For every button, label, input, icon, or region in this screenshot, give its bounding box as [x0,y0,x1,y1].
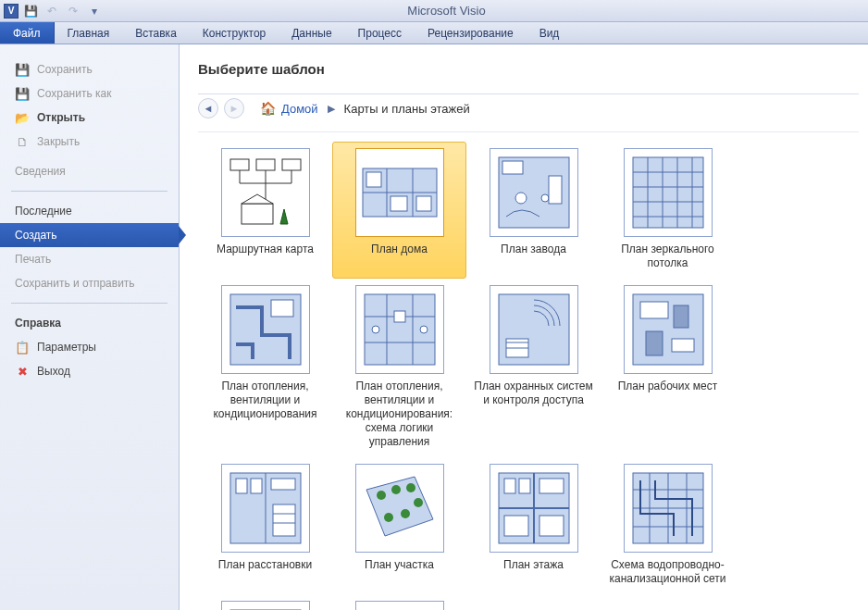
qat-redo-button[interactable]: ↷ [65,3,81,19]
template-security-plan[interactable]: План охранных систем и контроля доступа [466,279,601,457]
backstage-main: 💾 Сохранить 💾 Сохранить как 📂 Открыть 🗋 … [0,44,868,610]
template-thumb [355,285,444,374]
qat-undo-button[interactable]: ↶ [43,3,60,19]
template-thumb [490,148,578,237]
svg-rect-72 [504,516,528,536]
template-electrical-plan[interactable]: $ $ Схема электрических и телекоммуникац… [198,594,332,610]
template-3d-route-map[interactable]: Трехмерная маршрутная карта [332,594,466,610]
svg-rect-49 [646,331,663,355]
template-grid: Маршрутная карта План дома [198,142,859,610]
template-thumb: $ $ [221,601,310,610]
qat-customize-button[interactable]: ▾ [86,3,103,19]
svg-rect-56 [273,504,295,536]
svg-rect-39 [394,311,405,322]
template-label: План отопления, вентиляции и кондиционир… [201,380,329,421]
template-hvac-plan[interactable]: План отопления, вентиляции и кондиционир… [198,279,332,457]
template-label: План зеркального потолка [603,243,732,270]
nav-label: Создать [15,229,57,242]
template-label: План дома [369,243,429,256]
svg-rect-0 [230,159,249,170]
template-thumb [624,148,713,237]
exit-icon: ✖ [15,364,30,379]
nav-separator [11,191,167,192]
quick-access-toolbar: 💾 ↶ ↷ ▾ [22,3,103,19]
template-label: План завода [499,243,568,256]
nav-exit[interactable]: ✖ Выход [0,359,179,383]
template-floor-plan[interactable]: План этажа [466,457,601,594]
template-thumb [624,285,713,374]
nav-save[interactable]: 💾 Сохранить [0,57,179,81]
template-thumb [355,601,444,610]
template-label: Схема водопроводно-канализационной сети [603,558,732,586]
nav-label: Открыть [37,111,85,124]
template-hvac-logic[interactable]: План отопления, вентиляции и кондиционир… [332,279,466,457]
template-house-plan[interactable]: План дома [332,142,466,279]
app-title: Microsoft Visio [103,4,864,18]
template-route-map[interactable]: Маршрутная карта [198,142,332,279]
nav-help[interactable]: Справка [0,311,179,335]
tab-insert[interactable]: Вставка [122,22,190,44]
template-workplace-plan[interactable]: План рабочих мест [601,279,735,457]
nav-recent[interactable]: Последние [0,199,179,223]
svg-rect-69 [504,479,515,493]
svg-rect-73 [539,516,564,536]
svg-rect-1 [256,159,275,170]
titlebar: V 💾 ↶ ↷ ▾ Microsoft Visio [0,0,868,22]
svg-rect-2 [282,159,301,170]
svg-point-40 [372,326,379,333]
app-icon: V [4,4,19,19]
svg-rect-55 [271,479,295,490]
nav-new[interactable]: Создать [0,223,179,247]
breadcrumb-forward-button[interactable]: ► [224,98,244,118]
template-ceiling-plan[interactable]: План зеркального потолка [601,142,735,279]
svg-rect-22 [549,176,562,204]
template-thumb [221,148,310,237]
tab-home[interactable]: Главная [55,22,123,44]
tab-file[interactable]: Файл [0,22,55,44]
qat-save-button[interactable]: 💾 [22,3,39,19]
svg-point-41 [420,326,428,333]
tab-data[interactable]: Данные [279,22,344,44]
tab-view[interactable]: Вид [527,22,573,44]
template-plumbing-plan[interactable]: Схема водопроводно-канализационной сети [601,457,735,594]
tab-design[interactable]: Конструктор [190,22,279,44]
tab-review[interactable]: Рецензирование [415,22,527,44]
nav-print[interactable]: Печать [0,247,179,271]
nav-sharesave[interactable]: Сохранить и отправить [0,271,179,295]
breadcrumb-back-button[interactable]: ◄ [198,98,218,118]
template-label: План участка [363,558,436,572]
home-icon: 🏠 [259,101,276,116]
svg-rect-8 [242,204,273,224]
open-icon: 📂 [15,110,30,125]
template-factory-plan[interactable]: План завода [466,142,601,279]
template-site-plan[interactable]: План участка [332,457,466,594]
svg-rect-71 [539,479,564,493]
template-label: План охранных систем и контроля доступа [469,380,598,407]
content-area: Выберите шаблон ◄ ► 🏠 Домой ▶ Карты и пл… [180,44,868,610]
nav-saveas[interactable]: 💾 Сохранить как [0,81,179,106]
svg-point-63 [414,498,423,507]
breadcrumb-home-link[interactable]: Домой [281,102,318,116]
svg-rect-48 [674,305,688,328]
breadcrumb-bar: ◄ ► 🏠 Домой ▶ Карты и планы этажей [198,93,859,132]
svg-marker-59 [366,477,433,536]
tab-process[interactable]: Процесс [345,22,415,44]
nav-label: Сохранить [37,63,93,76]
nav-open[interactable]: 📂 Открыть [0,106,179,130]
template-label: План рабочих мест [616,380,720,393]
svg-rect-47 [640,302,668,318]
template-thumb [221,464,310,553]
nav-close[interactable]: 🗋 Закрыть [0,130,179,154]
template-label: План расстановки [217,558,314,572]
template-thumb [221,285,310,374]
backstage-nav: 💾 Сохранить 💾 Сохранить как 📂 Открыть 🗋 … [0,44,180,610]
nav-info[interactable]: Сведения [0,159,179,183]
svg-point-20 [515,193,527,204]
nav-label: Закрыть [37,135,80,148]
template-label: План отопления, вентиляции и кондиционир… [335,380,464,449]
template-thumb [355,148,444,237]
svg-rect-33 [271,300,293,317]
nav-options[interactable]: 📋 Параметры [0,335,179,359]
template-layout-plan[interactable]: План расстановки [198,457,332,594]
svg-point-60 [377,491,386,500]
